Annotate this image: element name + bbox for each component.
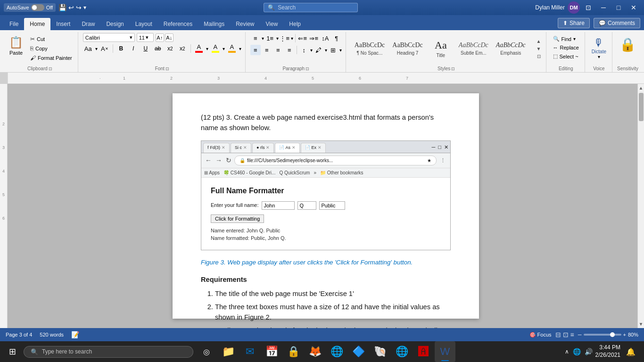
proofing-icon[interactable]: 📝 bbox=[71, 331, 79, 338]
redo-icon[interactable]: ↪ bbox=[76, 4, 82, 11]
taskbar-app-firefox[interactable]: 🦊 bbox=[305, 341, 325, 362]
tab-view[interactable]: View bbox=[260, 18, 284, 30]
tab-file[interactable]: File bbox=[4, 18, 24, 30]
search-box[interactable]: 🔍 Search bbox=[264, 3, 358, 12]
minimize-button[interactable]: ─ bbox=[597, 1, 610, 14]
read-mode-button[interactable]: ≡ bbox=[570, 331, 574, 338]
document-scroll-area[interactable]: (12 pts) 3. Create a web page named exer… bbox=[8, 84, 644, 328]
zoom-slider[interactable] bbox=[584, 334, 621, 336]
paste-button[interactable]: 📋 Paste bbox=[6, 33, 26, 58]
focus-button[interactable]: 🎯 Focus bbox=[529, 332, 552, 338]
font-name-select[interactable]: Calibri ▾ bbox=[83, 33, 135, 42]
notification-button[interactable]: 🔔 bbox=[623, 344, 638, 359]
font-decrease-button[interactable]: A↓ bbox=[165, 33, 173, 42]
style-no-spacing[interactable]: AaBbCcDc ¶ No Spac... bbox=[351, 40, 389, 58]
font-color-dropdown[interactable]: ▾ bbox=[206, 46, 208, 51]
styles-scroll-up[interactable]: ▲ bbox=[536, 38, 542, 44]
tab-help[interactable]: Help bbox=[283, 18, 306, 30]
font-aa-button[interactable]: Aa bbox=[83, 43, 93, 54]
align-left-button[interactable]: ≡ bbox=[250, 45, 261, 55]
font-expand-icon[interactable]: ⊡ bbox=[165, 66, 169, 71]
subscript-button[interactable]: x2 bbox=[165, 43, 175, 54]
styles-expand-icon[interactable]: ⊡ bbox=[451, 66, 455, 71]
highlight-color-button[interactable]: A bbox=[210, 43, 221, 54]
scroll-thumb[interactable] bbox=[639, 93, 644, 121]
replace-button[interactable]: ↔ Replace bbox=[551, 44, 581, 51]
style-emphasis[interactable]: AaBbCcDc Emphasis bbox=[492, 40, 529, 58]
styles-scroll-down[interactable]: ▼ bbox=[536, 45, 542, 52]
bullet-dropdown[interactable]: ▾ bbox=[262, 36, 264, 41]
increase-indent-button[interactable]: ⇒≡ bbox=[309, 33, 319, 43]
numbered-dropdown[interactable]: ▾ bbox=[276, 36, 279, 41]
dictate-button[interactable]: 🎙 Dictate ▾ bbox=[590, 35, 608, 61]
numbered-list-button[interactable]: 1≡ bbox=[265, 33, 275, 43]
taskbar-search[interactable]: 🔍 Type here to search bbox=[24, 346, 193, 358]
text-color-dropdown[interactable]: ▾ bbox=[239, 46, 241, 51]
taskbar-app-pwsh[interactable]: 🐚 bbox=[370, 341, 390, 362]
share-button[interactable]: ⬆ Share bbox=[558, 18, 590, 28]
tray-up-icon[interactable]: ∧ bbox=[565, 348, 569, 355]
borders-dropdown[interactable]: ▾ bbox=[339, 48, 342, 53]
taskbar-app-outlook[interactable]: ✉ bbox=[239, 341, 260, 362]
tab-references[interactable]: References bbox=[158, 18, 198, 30]
select-button[interactable]: ⬚ Select ~ bbox=[551, 52, 580, 60]
taskbar-app-chrome[interactable]: 🌐 bbox=[326, 341, 347, 362]
zoom-in-button[interactable]: + bbox=[623, 332, 626, 337]
tab-review[interactable]: Review bbox=[230, 18, 260, 30]
taskbar-app-cortana[interactable]: ◎ bbox=[196, 341, 217, 362]
tab-draw[interactable]: Draw bbox=[76, 18, 100, 30]
shading-button[interactable]: 🖍 bbox=[314, 45, 324, 55]
taskbar-app-word[interactable]: W bbox=[435, 341, 455, 362]
dictate-dropdown[interactable]: ▾ bbox=[598, 54, 600, 59]
font-color-button[interactable]: A bbox=[194, 43, 204, 54]
paragraph-expand-icon[interactable]: ⊡ bbox=[305, 66, 309, 71]
browser-input-middle[interactable] bbox=[297, 201, 316, 210]
autosave-switch[interactable] bbox=[31, 4, 44, 11]
taskbar-app-explorer[interactable]: 📁 bbox=[218, 341, 239, 362]
borders-button[interactable]: ⊞ bbox=[328, 45, 339, 55]
browser-format-button[interactable]: Click for Formatting bbox=[211, 214, 264, 223]
style-heading7[interactable]: AaBbCcDc Heading 7 bbox=[388, 40, 427, 58]
align-right-button[interactable]: ≡ bbox=[273, 45, 283, 55]
find-button[interactable]: 🔍 Find ▾ bbox=[551, 35, 578, 43]
style-subtle-emphasis[interactable]: AaBbCcDc Subtle Em... bbox=[455, 40, 492, 58]
network-icon[interactable]: 🌐 bbox=[573, 348, 581, 355]
ribbon-display-btn[interactable]: ⊡ bbox=[582, 1, 595, 14]
more-icon[interactable]: ▾ bbox=[83, 4, 86, 11]
justify-button[interactable]: ≡ bbox=[284, 45, 295, 55]
taskbar-app-acrobat[interactable]: 🅰 bbox=[413, 341, 434, 362]
tab-mailings[interactable]: Mailings bbox=[198, 18, 230, 30]
align-center-button[interactable]: ≡ bbox=[262, 45, 272, 55]
taskbar-app-globe[interactable]: 🌐 bbox=[391, 341, 412, 362]
italic-button[interactable]: I bbox=[128, 43, 139, 54]
tab-insert[interactable]: Insert bbox=[50, 18, 76, 30]
taskbar-app-calendar[interactable]: 📅 bbox=[261, 341, 282, 362]
underline-button[interactable]: U bbox=[140, 43, 151, 54]
browser-input-last[interactable] bbox=[319, 201, 345, 210]
scroll-down-button[interactable]: ▼ bbox=[639, 320, 644, 328]
clipboard-expand-icon[interactable]: ⊡ bbox=[49, 66, 52, 71]
taskbar-app-teams[interactable]: 🔒 bbox=[283, 341, 304, 362]
multilevel-dropdown[interactable]: ▾ bbox=[291, 36, 293, 41]
copy-button[interactable]: ⎘ Copy bbox=[28, 44, 74, 53]
highlight-dropdown[interactable]: ▾ bbox=[223, 46, 225, 51]
taskbar-app-edge[interactable]: 🔷 bbox=[348, 341, 369, 362]
tab-design[interactable]: Design bbox=[100, 18, 129, 30]
system-clock[interactable]: 3:44 PM 2/26/2021 bbox=[595, 344, 620, 359]
bullet-list-button[interactable]: ≡ bbox=[250, 33, 261, 43]
clear-format-button[interactable]: A✕ bbox=[99, 43, 110, 54]
tab-layout[interactable]: Layout bbox=[130, 18, 158, 30]
tab-home[interactable]: Home bbox=[24, 18, 50, 30]
undo-icon[interactable]: ↩ bbox=[68, 4, 74, 11]
decrease-indent-button[interactable]: ⇐≡ bbox=[297, 33, 308, 43]
multilevel-list-button[interactable]: ⋮≡ bbox=[280, 33, 290, 43]
volume-icon[interactable]: 🔊 bbox=[585, 348, 593, 355]
autosave-toggle[interactable]: AutoSave Off bbox=[4, 3, 56, 12]
find-dropdown[interactable]: ▾ bbox=[573, 36, 576, 41]
print-layout-button[interactable]: ⊟ bbox=[555, 331, 561, 338]
show-hide-button[interactable]: ¶ bbox=[331, 33, 342, 43]
strikethrough-button[interactable]: ab bbox=[153, 43, 163, 54]
comments-button[interactable]: 💬 Comments bbox=[594, 18, 640, 28]
format-painter-button[interactable]: 🖌 Format Painter bbox=[28, 54, 74, 62]
cut-button[interactable]: ✂ Cut bbox=[28, 35, 74, 43]
